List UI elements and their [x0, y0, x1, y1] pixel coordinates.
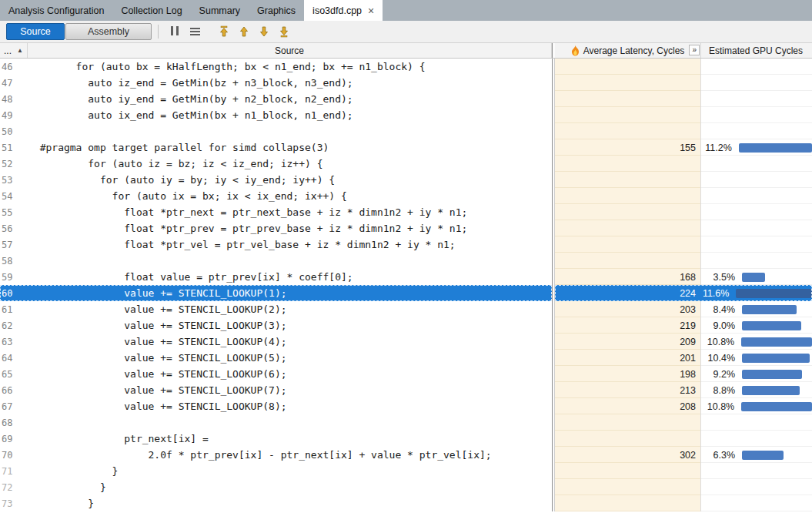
- latency-value: 168: [555, 269, 701, 285]
- profiler-source-view: Analysis ConfigurationCollection LogSumm…: [0, 0, 812, 511]
- source-row-53[interactable]: 53 for (auto iy = by; iy < iy_end; iy++)…: [0, 172, 812, 188]
- source-row-46[interactable]: 46 for (auto bx = kHalfLength; bx < n1_e…: [0, 59, 812, 75]
- gpu-column-label: Estimated GPU Cycles: [709, 45, 803, 56]
- split-view-button[interactable]: [165, 22, 185, 41]
- tab-iso3dfd-cpp[interactable]: iso3dfd.cpp×: [304, 0, 383, 21]
- source-row-72[interactable]: 72 }: [0, 479, 812, 495]
- source-row-73[interactable]: 73 }: [0, 495, 812, 511]
- source-row-52[interactable]: 52 for (auto iz = bz; iz < iz_end; iz++)…: [0, 156, 812, 172]
- gpu-cycles-cell: 3.5%: [701, 269, 812, 285]
- tab-label: Summary: [199, 5, 240, 16]
- gpu-percent: 9.0%: [701, 320, 735, 331]
- source-code: float *ptr_vel = ptr_vel_base + iz * dim…: [28, 236, 552, 253]
- tab-bar: Analysis ConfigurationCollection LogSumm…: [0, 0, 812, 21]
- tab-label: Collection Log: [121, 5, 182, 16]
- source-code: float value = ptr_prev[ix] * coeff[0];: [28, 269, 552, 285]
- column-header-source[interactable]: Source: [28, 43, 552, 58]
- source-code: for (auto bx = kHalfLength; bx < n1_end;…: [28, 59, 552, 75]
- source-row-60[interactable]: 60 value += STENCIL_LOOKUP(1);22411.6%: [0, 285, 812, 301]
- source-row-56[interactable]: 56 float *ptr_prev = ptr_prev_base + iz …: [0, 220, 812, 236]
- gpu-percent: 11.2%: [701, 142, 732, 153]
- line-number: 64: [0, 350, 28, 366]
- latency-value: 198: [555, 366, 701, 382]
- source-row-63[interactable]: 63 value += STENCIL_LOOKUP(4);20910.8%: [0, 334, 812, 350]
- latency-value: [555, 236, 701, 253]
- source-row-54[interactable]: 54 for (auto ix = bx; ix < ix_end; ix++)…: [0, 188, 812, 204]
- source-row-58[interactable]: 58: [0, 253, 812, 269]
- tab-summary[interactable]: Summary: [191, 0, 249, 21]
- gpu-bar: [741, 337, 812, 347]
- gpu-cycles-cell: [701, 91, 812, 107]
- source-toggle-button[interactable]: Source: [6, 23, 65, 40]
- column-header-gpu[interactable]: Estimated GPU Cycles: [701, 43, 812, 58]
- tab-label: Graphics: [257, 5, 296, 16]
- source-code: }: [28, 463, 552, 479]
- tab-collection-log[interactable]: Collection Log: [112, 0, 190, 21]
- gpu-cycles-cell: 10.8%: [701, 398, 812, 414]
- line-number: 56: [0, 220, 28, 236]
- gpu-cycles-cell: 11.2%: [701, 139, 812, 156]
- source-row-61[interactable]: 61 value += STENCIL_LOOKUP(2);2038.4%: [0, 301, 812, 317]
- line-number: 51: [0, 139, 28, 156]
- gpu-bar: [742, 354, 810, 363]
- expand-column-icon[interactable]: »: [689, 45, 700, 55]
- source-code: value += STENCIL_LOOKUP(7);: [28, 382, 552, 398]
- line-number: 62: [0, 317, 28, 334]
- gpu-cycles-cell: [701, 75, 812, 91]
- source-row-55[interactable]: 55 float *ptr_next = ptr_next_base + iz …: [0, 204, 812, 220]
- latency-value: [555, 414, 701, 431]
- gpu-bar: [741, 402, 812, 411]
- source-row-59[interactable]: 59 float value = ptr_prev[ix] * coeff[0]…: [0, 269, 812, 285]
- close-tab-icon[interactable]: ×: [368, 5, 374, 16]
- source-code: [28, 253, 552, 269]
- source-row-62[interactable]: 62 value += STENCIL_LOOKUP(3);2199.0%: [0, 317, 812, 334]
- flame-icon: [571, 45, 580, 56]
- gpu-bar: [742, 273, 765, 282]
- latency-value: [555, 75, 701, 91]
- source-code: value += STENCIL_LOOKUP(3);: [28, 317, 552, 334]
- source-row-47[interactable]: 47 auto iz_end = GetMin(bz + n3_block, n…: [0, 75, 812, 91]
- column-header-latency[interactable]: Average Latency, Cycles »: [555, 43, 701, 58]
- jump-prev-hotspot-button[interactable]: [234, 22, 254, 41]
- column-header-line[interactable]: ... ▲: [0, 43, 28, 58]
- latency-value: [555, 188, 701, 204]
- toolbar: Source Assembly: [0, 21, 812, 43]
- list-view-button[interactable]: [185, 22, 205, 41]
- gpu-bar: [742, 321, 801, 330]
- source-row-68[interactable]: 68: [0, 414, 812, 431]
- source-row-71[interactable]: 71 }: [0, 463, 812, 479]
- gpu-cycles-cell: [701, 188, 812, 204]
- gpu-cycles-cell: [701, 172, 812, 188]
- source-code: value += STENCIL_LOOKUP(4);: [28, 334, 552, 350]
- source-row-64[interactable]: 64 value += STENCIL_LOOKUP(5);20110.4%: [0, 350, 812, 366]
- gpu-cycles-cell: 6.3%: [701, 447, 812, 463]
- source-row-57[interactable]: 57 float *ptr_vel = ptr_vel_base + iz * …: [0, 236, 812, 253]
- jump-last-hotspot-button[interactable]: [274, 22, 294, 41]
- source-row-66[interactable]: 66 value += STENCIL_LOOKUP(7);2138.8%: [0, 382, 812, 398]
- source-row-70[interactable]: 70 2.0f * ptr_prev[ix] - ptr_next[ix] + …: [0, 447, 812, 463]
- gpu-percent: 10.4%: [701, 353, 735, 364]
- line-number: 69: [0, 431, 28, 447]
- source-row-49[interactable]: 49 auto ix_end = GetMin(bx + n1_block, n…: [0, 107, 812, 123]
- arrow-up-icon: [238, 25, 250, 38]
- source-row-50[interactable]: 50: [0, 123, 812, 139]
- latency-value: [555, 107, 701, 123]
- jump-next-hotspot-button[interactable]: [254, 22, 274, 41]
- gpu-cycles-cell: [701, 220, 812, 236]
- source-row-69[interactable]: 69 ptr_next[ix] =: [0, 431, 812, 447]
- jump-first-hotspot-button[interactable]: [214, 22, 234, 41]
- source-row-48[interactable]: 48 auto iy_end = GetMin(by + n2_block, n…: [0, 91, 812, 107]
- source-row-67[interactable]: 67 value += STENCIL_LOOKUP(8);20810.8%: [0, 398, 812, 414]
- source-row-51[interactable]: 51 #pragma omp target parallel for simd …: [0, 139, 812, 156]
- assembly-toggle-button[interactable]: Assembly: [65, 23, 152, 40]
- table-header: ... ▲ Source Average Latency, Cycles » E…: [0, 43, 812, 59]
- tab-graphics[interactable]: Graphics: [249, 0, 304, 21]
- line-number: 60: [0, 285, 28, 301]
- source-code: value += STENCIL_LOOKUP(2);: [28, 301, 552, 317]
- source-row-65[interactable]: 65 value += STENCIL_LOOKUP(6);1989.2%: [0, 366, 812, 382]
- gpu-cycles-cell: [701, 479, 812, 495]
- gpu-cycles-cell: [701, 236, 812, 253]
- latency-value: [555, 172, 701, 188]
- tab-analysis-configuration[interactable]: Analysis Configuration: [0, 0, 112, 21]
- latency-value: 302: [555, 447, 701, 463]
